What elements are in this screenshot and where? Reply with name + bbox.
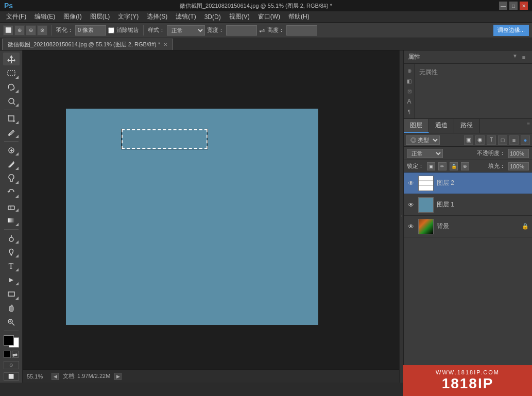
layer-1-visibility-icon[interactable]: 👁 (407, 201, 415, 209)
close-button[interactable]: ✕ (520, 2, 528, 10)
hand-tool[interactable] (3, 302, 20, 315)
rect-select-icon[interactable]: ⬜ (3, 25, 13, 36)
window-controls[interactable]: — □ ✕ (499, 2, 528, 10)
stamp-tool[interactable] (3, 172, 20, 185)
default-colors-icon[interactable] (4, 351, 11, 358)
tool-sep-2 (4, 141, 19, 142)
crop-tool[interactable] (3, 112, 20, 125)
prop-icon-filter[interactable]: ⊕ (405, 66, 414, 75)
layer-item-1[interactable]: 👁 图层 1 (404, 194, 532, 216)
menu-filter[interactable]: 滤镜(T) (171, 11, 200, 22)
layer-item-2[interactable]: 👁 图层 2 (404, 173, 532, 194)
properties-body: ⊕ ◧ ⊡ A ¶ 无属性 (404, 64, 532, 118)
swap-icon[interactable]: ⇌ (259, 26, 265, 35)
properties-content: 无属性 (415, 64, 442, 118)
selection-rectangle (122, 129, 208, 149)
menu-help[interactable]: 帮助(H) (284, 11, 314, 22)
prop-icon-adjust[interactable]: ⊡ (405, 87, 414, 96)
properties-menu-icon[interactable]: ≡ (520, 53, 528, 61)
menu-image[interactable]: 图像(I) (59, 11, 85, 22)
width-input[interactable] (226, 25, 257, 36)
healing-tool[interactable] (3, 144, 20, 157)
adjust-edge-button[interactable]: 调整边缘... (493, 25, 529, 36)
lock-pixels-icon[interactable]: ▣ (427, 162, 435, 170)
tab-paths[interactable]: 路径 (454, 119, 479, 133)
menu-3d[interactable]: 3D(D) (200, 12, 225, 22)
layer-2-visibility-icon[interactable]: 👁 (407, 179, 415, 187)
minimize-button[interactable]: — (499, 2, 507, 10)
quick-select-tool[interactable] (3, 95, 20, 108)
background-lock-icon: 🔒 (522, 223, 529, 230)
status-prev-button[interactable]: ◀ (52, 373, 59, 380)
swap-colors-icon[interactable]: ⇌ (12, 351, 19, 358)
eraser-tool[interactable] (3, 200, 20, 213)
sep2 (143, 25, 144, 36)
menu-edit[interactable]: 编辑(E) (30, 11, 59, 22)
layer-filter-select[interactable]: ◎ 类型 (406, 135, 440, 145)
layer-filter-adjust-icon[interactable]: ◉ (475, 135, 485, 145)
layer-2-thumbnail (418, 176, 434, 191)
menu-view[interactable]: 视图(V) (225, 11, 254, 22)
prop-icon-text[interactable]: A (405, 97, 414, 106)
layer-filter-text-icon[interactable]: T (487, 135, 496, 145)
status-doc-info: 文档: 1.97M/2.22M (63, 372, 110, 380)
maximize-button[interactable]: □ (509, 2, 518, 10)
layer-item-background[interactable]: 👁 背景 🔒 (404, 216, 532, 237)
foreground-color-swatch[interactable] (4, 335, 14, 346)
tab-channels[interactable]: 通道 (429, 119, 454, 133)
svg-rect-11 (8, 218, 15, 222)
document-tab[interactable]: 微信截图_20210820150614.jpg @ 55.1% (图层 2, R… (2, 39, 173, 50)
style-select[interactable]: 正常 固定比例 固定大小 (167, 25, 205, 36)
quick-mask-btn[interactable]: ⊙ (4, 361, 19, 369)
marquee-tool[interactable] (3, 66, 20, 79)
lasso-tool[interactable] (3, 81, 20, 94)
add-select-icon[interactable]: ⊕ (14, 25, 25, 36)
layer-filter-pixel-icon[interactable]: ▣ (464, 135, 473, 145)
zoom-tool[interactable] (3, 316, 20, 329)
options-bar: ⬜ ⊕ ⊖ ⊗ 羽化： 消除锯齿 样式： 正常 固定比例 固定大小 宽度： ⇌ … (0, 23, 532, 38)
pen-tool[interactable] (3, 246, 20, 259)
fill-input[interactable] (508, 162, 529, 170)
lock-artboard-icon[interactable]: ⊕ (461, 162, 469, 170)
layer-filter-smart-icon[interactable]: ≡ (509, 135, 519, 145)
color-swatches[interactable] (4, 335, 19, 348)
prop-icon-para[interactable]: ¶ (405, 107, 414, 116)
menu-select[interactable]: 选择(S) (143, 11, 171, 22)
menu-layer[interactable]: 图层(L) (86, 11, 114, 22)
dodge-tool[interactable] (3, 231, 20, 244)
antialias-checkbox[interactable] (108, 27, 114, 33)
tab-close-button[interactable]: ✕ (163, 42, 167, 47)
screen-mode-btn[interactable]: ⬜ (4, 372, 19, 381)
status-next-button[interactable]: ▶ (114, 373, 122, 380)
history-brush-tool[interactable] (3, 186, 20, 199)
eyedropper-tool[interactable] (3, 126, 20, 139)
prop-icon-mask[interactable]: ◧ (405, 76, 414, 85)
layer-filter-shape-icon[interactable]: □ (498, 135, 507, 145)
layer-filter-toggle[interactable]: ● (521, 135, 530, 145)
selection-shape-icons: ⬜ ⊕ ⊖ ⊗ (3, 25, 47, 36)
layers-panel-menu-icon[interactable]: ≡ (525, 119, 532, 133)
lock-position-icon[interactable]: ✏ (438, 162, 447, 170)
panel-resize-handle[interactable]: ⋮ (399, 50, 403, 383)
layer-2-name: 图层 2 (437, 179, 529, 187)
background-visibility-icon[interactable]: 👁 (407, 222, 415, 231)
sub-select-icon[interactable]: ⊖ (26, 25, 36, 36)
gradient-tool[interactable] (3, 214, 20, 227)
properties-collapse-icon[interactable]: ▼ (512, 53, 518, 61)
blend-mode-select[interactable]: 正常 溶解 变暗 (407, 149, 443, 158)
shape-tool[interactable] (3, 287, 20, 300)
menu-text[interactable]: 文字(Y) (114, 11, 143, 22)
menu-window[interactable]: 窗口(W) (254, 11, 284, 22)
lock-all-icon[interactable]: 🔒 (450, 162, 458, 170)
path-select-tool[interactable] (3, 273, 20, 286)
brush-tool[interactable] (3, 158, 20, 170)
intersect-select-icon[interactable]: ⊗ (37, 25, 47, 36)
tab-layers[interactable]: 图层 (404, 119, 429, 133)
move-tool[interactable] (3, 53, 20, 65)
menu-file[interactable]: 文件(F) (2, 11, 30, 22)
height-input[interactable] (286, 25, 317, 36)
opacity-input[interactable] (508, 149, 529, 158)
text-tool[interactable]: T (3, 260, 20, 272)
status-bar: 55.1% ◀ 文档: 1.97M/2.22M ▶ (23, 369, 399, 383)
feather-input[interactable] (75, 25, 106, 36)
